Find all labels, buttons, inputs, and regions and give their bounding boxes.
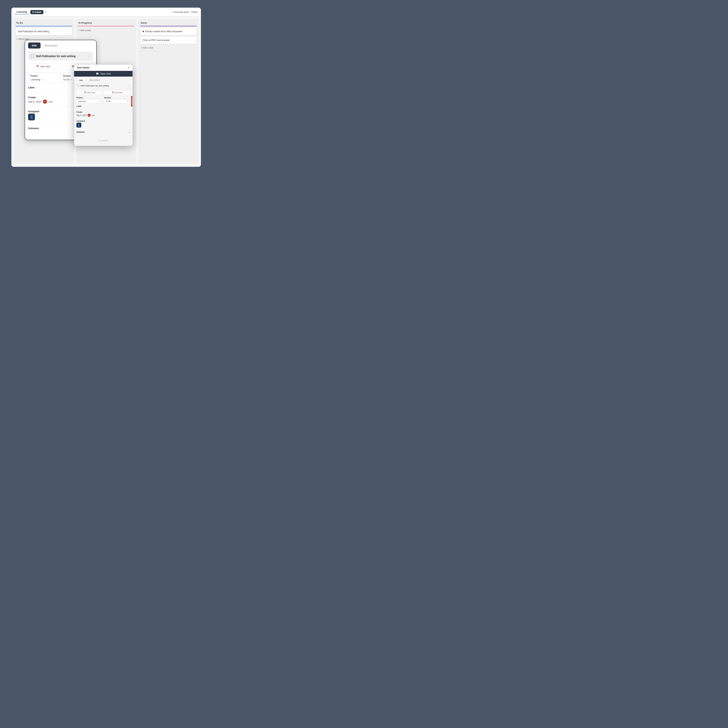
no-activity-label: No Activity — [76, 137, 130, 144]
chat-icon: 💬 — [96, 72, 99, 75]
column-done: Done Extract content from office documen… — [138, 19, 199, 164]
td-ps-row: Project Learning ∨ Section To Do ∨ — [76, 97, 130, 103]
info-task-title: Dall Publication for web writing — [36, 55, 86, 58]
td-date-row: 📅 Start date 📅 Due date — [76, 90, 130, 95]
start-date-label: Start date — [40, 65, 50, 68]
open-chat-bar[interactable]: 💬 Open chat — [74, 71, 133, 76]
project-value: Learning — [31, 78, 40, 81]
tab-caban[interactable]: ⊞ Caban — [30, 10, 43, 14]
project-column: Project Learning ∨ — [28, 73, 61, 83]
more-options-icon[interactable]: ⋮ — [87, 54, 90, 58]
open-chat-label: Open chat — [100, 72, 111, 75]
column-inprogress-header: In Progress — [78, 21, 135, 26]
create-user: Lee — [49, 100, 53, 103]
info-task-card: Dall Publication for web writing ⋮ — [28, 52, 93, 60]
project-dropdown[interactable]: Learning ∨ — [31, 78, 58, 81]
chevron-down-icon: ∨ — [41, 78, 43, 81]
create-date-text: Sep 6, 2023 — [28, 100, 41, 103]
header-actions: + Generate tasks Filtere — [172, 11, 198, 14]
td-start-date-button[interactable]: 📅 Start date — [76, 90, 103, 95]
filter-label[interactable]: Filtere — [191, 11, 198, 14]
card-text: Extract content from office document — [145, 30, 182, 33]
assigned-user-icon[interactable]: 👤 — [28, 113, 35, 120]
td-task-name: Dall Publication for web writing — [81, 84, 126, 87]
task-checkbox[interactable] — [31, 54, 34, 58]
td-add-subtask-button[interactable]: + — [129, 131, 130, 134]
td-project-label: Project — [76, 97, 102, 99]
table-row[interactable]: Dall Publication for web writing — [16, 28, 72, 35]
tab-description[interactable]: Description — [41, 43, 61, 49]
td-section-col: Section To Do ∨ — [104, 97, 130, 103]
td-label-field: Label — [76, 105, 130, 107]
td-create-section: Create Sep 6, 2023 L Lee — [76, 111, 130, 118]
chevron-down-icon: ∨ — [99, 100, 101, 102]
chevron-down-icon[interactable]: ∨ — [45, 11, 47, 14]
date-divider — [61, 64, 61, 70]
section-value: To Do — [63, 78, 70, 81]
td-assigned-section: Assigned 👤 — [76, 120, 130, 129]
project-label: Project — [31, 75, 58, 77]
task-details-tabs: Info Description — [74, 76, 133, 82]
avatar: L — [87, 114, 90, 117]
td-subtasks-section: Subtasks + — [76, 131, 130, 136]
caban-label: Caban — [35, 11, 41, 14]
calendar-icon: 📅 — [36, 65, 39, 68]
td-create-label: Create — [76, 111, 130, 113]
card-dot-icon — [142, 31, 144, 32]
td-tab-info[interactable]: Info — [76, 78, 86, 82]
td-subtasks-label: Subtasks — [76, 131, 85, 133]
td-section-value: To Do — [106, 100, 111, 102]
td-task-row: Dall Publication for web writing ⋮ — [76, 84, 130, 89]
calendar-icon: 📅 — [84, 92, 86, 94]
td-label-section: Label — [76, 105, 130, 110]
kanban-header: Learning ⊞ Caban ∨ + Generate tasks Filt… — [12, 8, 201, 17]
td-section-dropdown[interactable]: To Do ∨ — [104, 99, 130, 103]
td-more-icon[interactable]: ⋮ — [128, 84, 130, 87]
td-start-date-label: Start date — [87, 92, 95, 94]
chevron-down-icon: ∨ — [70, 78, 72, 81]
column-todo-header: To Do — [16, 21, 72, 26]
task-details-title: Task details — [77, 66, 90, 69]
td-project-value: Learning — [78, 100, 86, 102]
task-details-body: Dall Publication for web writing ⋮ 📅 Sta… — [74, 82, 133, 146]
card-text: Chat on PDF source quote — [142, 39, 170, 41]
td-tab-description[interactable]: Description — [87, 78, 102, 82]
add-task-inprogress-button[interactable]: + Add a task — [78, 28, 135, 33]
tab-learning[interactable]: Learning — [15, 10, 29, 14]
info-panel-tabs: Info Description — [25, 40, 96, 49]
td-create-date: Sep 6, 2023 — [76, 114, 87, 116]
td-assigned-icon[interactable]: 👤 — [76, 123, 81, 128]
td-project-col: Project Learning ∨ — [76, 97, 102, 103]
td-due-date-button[interactable]: 📅 Due date — [104, 90, 130, 95]
td-due-date-label: Due date — [115, 92, 122, 94]
table-row[interactable]: Chat on PDF source quote — [140, 37, 197, 44]
td-checkbox[interactable] — [76, 84, 79, 87]
td-section-label: Section — [104, 97, 130, 99]
task-details-panel: Task details ✕ 💬 Open chat Info Descript… — [74, 64, 133, 146]
add-task-done-button[interactable]: + Add a task — [140, 45, 197, 50]
subtasks-label: Subtasks — [28, 127, 39, 130]
td-project-dropdown[interactable]: Learning ∨ — [76, 99, 102, 103]
feedback-tab[interactable]: Feedback — [131, 96, 133, 107]
table-row[interactable]: Extract content from office document — [140, 28, 197, 35]
tab-info[interactable]: Info — [28, 43, 41, 49]
chevron-down-icon: ∨ — [127, 100, 128, 102]
td-create-row: Sep 6, 2023 L Lee — [76, 114, 130, 117]
generate-tasks-button[interactable]: + Generate tasks — [172, 11, 189, 14]
calendar-icon: 📅 — [112, 92, 114, 94]
caban-icon: ⊞ — [32, 11, 34, 13]
td-subtasks-row: Subtasks + — [76, 131, 130, 134]
start-date-button[interactable]: 📅 Start date — [28, 64, 58, 70]
task-details-header: Task details ✕ — [74, 65, 133, 71]
avatar: L — [43, 99, 47, 104]
card-text: Dall Publication for web writing — [18, 30, 49, 33]
close-button[interactable]: ✕ — [128, 66, 130, 69]
column-done-header: Done — [140, 21, 197, 26]
td-create-user: Lee — [92, 114, 95, 116]
td-assigned-label: Assigned — [76, 120, 130, 122]
